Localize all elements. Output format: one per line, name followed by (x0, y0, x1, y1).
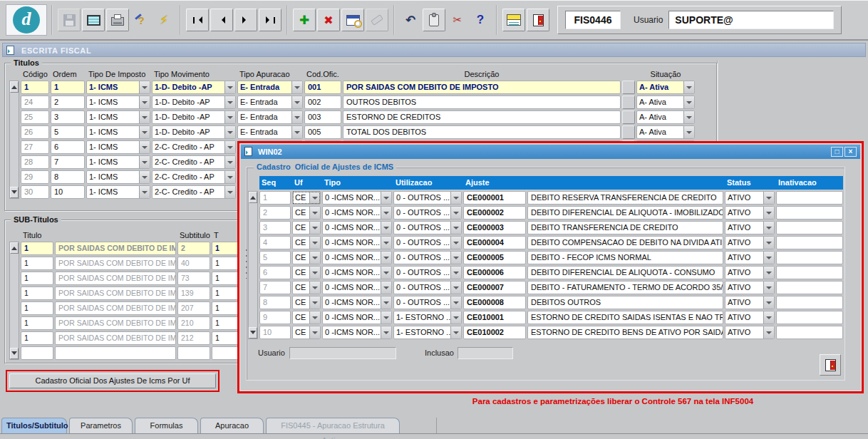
ajuste-cell[interactable]: CE000002 (463, 206, 526, 220)
tipo-combo[interactable]: 0 -ICMS NOR... (322, 326, 392, 339)
subtitulo-cell[interactable]: 73 (177, 272, 210, 285)
cod-ofic-cell[interactable]: 001 (304, 81, 341, 94)
tipo-apuracao-combo[interactable]: E- Entrada (237, 95, 303, 109)
chevron-down-icon[interactable] (291, 111, 302, 123)
tipo-apuracao-combo[interactable]: E- Entrada (237, 81, 303, 94)
chevron-down-icon[interactable] (224, 156, 235, 168)
tab-formulas[interactable]: Formulas (135, 418, 198, 433)
chevron-down-icon[interactable] (450, 192, 461, 204)
tipo-combo[interactable]: 0 -ICMS NOR... (322, 251, 392, 264)
chevron-down-icon[interactable] (763, 192, 774, 204)
descricao-cell[interactable]: TOTAL DOS DEBITOS (343, 125, 621, 139)
previous-record-button[interactable] (210, 9, 233, 31)
chevron-down-icon[interactable] (224, 111, 235, 123)
ajuste-cell[interactable]: CE000006 (463, 266, 526, 279)
descricao-cell[interactable]: OUTROS DEBITOS (343, 95, 621, 109)
ajuste-cell[interactable]: CE000001 (463, 191, 526, 205)
chevron-down-icon[interactable] (683, 111, 694, 123)
seq-cell[interactable]: 5 (259, 251, 291, 264)
chevron-down-icon[interactable] (139, 96, 150, 108)
descricao-cell[interactable]: POR SAIDAS COM DEBITO DE IMPOSTO (55, 242, 176, 255)
seq-cell[interactable]: 7 (259, 281, 291, 294)
status-combo[interactable]: ATIVO (725, 251, 775, 264)
descricao-cell[interactable]: POR SAIDAS COM DEBITO DE IMPOSTO (55, 272, 176, 285)
clear-button[interactable] (366, 9, 388, 31)
chevron-down-icon[interactable] (381, 311, 391, 324)
codigo-cell[interactable]: 28 (21, 155, 49, 169)
utilizacao-combo[interactable]: 0 - OUTROS ... (393, 266, 462, 279)
descricao-cell[interactable]: DEBITO COMPENSACAO DE DEBITO NA DIVIDA A… (527, 236, 723, 249)
chevron-down-icon[interactable] (291, 126, 302, 138)
codigo-cell[interactable]: 25 (21, 110, 49, 124)
chevron-down-icon[interactable] (139, 81, 150, 93)
chevron-down-icon[interactable] (224, 141, 235, 153)
last-record-button[interactable] (259, 9, 281, 31)
tipo-movimento-combo[interactable]: 1-D- Debito -AP (152, 81, 236, 94)
tipo-imposto-combo[interactable]: 1- ICMS (86, 95, 150, 109)
maximize-icon[interactable]: □ (831, 147, 843, 157)
cod-ofic-cell[interactable]: 002 (304, 95, 341, 109)
subtitulo-cell[interactable] (177, 346, 210, 360)
chevron-down-icon[interactable] (381, 252, 391, 264)
ajuste-cell[interactable]: CE000003 (463, 221, 526, 234)
chevron-down-icon[interactable] (381, 267, 391, 279)
subtitulo-cell[interactable]: 210 (177, 316, 210, 330)
codigo-cell[interactable]: 27 (21, 140, 49, 154)
chevron-down-icon[interactable] (139, 111, 150, 123)
inativacao-cell[interactable] (776, 191, 843, 205)
chevron-down-icon[interactable] (309, 296, 320, 309)
uf-combo[interactable]: CE (292, 281, 321, 294)
chevron-down-icon[interactable] (381, 296, 391, 309)
help-button[interactable]: ? (470, 9, 491, 31)
chevron-down-icon[interactable] (309, 311, 320, 324)
chevron-down-icon[interactable] (763, 311, 774, 324)
uf-combo[interactable]: CE (292, 326, 321, 339)
uf-combo[interactable]: CE (292, 296, 321, 309)
chevron-down-icon[interactable] (763, 222, 774, 234)
tipo-movimento-combo[interactable]: 2-C- Credito - AP (152, 140, 236, 154)
chevron-down-icon[interactable] (381, 207, 391, 219)
descricao-cell[interactable]: POR SAIDAS COM DEBITO DE IMPOSTO (55, 316, 176, 330)
tipo-imposto-combo[interactable]: 1- ICMS (86, 81, 150, 94)
usuario-field[interactable] (289, 347, 396, 359)
chevron-down-icon[interactable] (450, 296, 461, 309)
situacao-combo[interactable]: A- Ativa (636, 125, 695, 139)
inativacao-cell[interactable] (776, 221, 843, 234)
descricao-cell[interactable] (55, 346, 176, 360)
chevron-down-icon[interactable] (450, 282, 461, 294)
utilizacao-combo[interactable]: 0 - OUTROS ... (393, 221, 462, 234)
tab-fis0445[interactable]: FIS0445 - Apuracao Estrutura Antiga (266, 418, 400, 433)
undo-button[interactable]: ↶ (400, 9, 421, 31)
ordem-cell[interactable]: 2 (51, 95, 85, 109)
ajuste-cell[interactable]: CE000004 (463, 236, 526, 249)
chevron-down-icon[interactable] (381, 192, 391, 204)
subtitulo-cell[interactable]: 207 (177, 301, 210, 315)
situacao-combo[interactable]: A- Ativa (636, 95, 695, 109)
ajuste-cell[interactable]: CE000005 (463, 251, 526, 264)
dialog-titlebar[interactable]: WIN02 □ × (241, 145, 860, 159)
chevron-down-icon[interactable] (683, 126, 694, 138)
descricao-cell[interactable]: DEBITOS OUTROS (527, 296, 723, 309)
ajuste-cell[interactable]: CE000008 (463, 296, 526, 309)
codigo-cell[interactable]: 1 (21, 81, 49, 94)
add-record-button[interactable]: ✚ (293, 9, 316, 31)
ordem-cell[interactable]: 10 (51, 185, 85, 199)
menu-button[interactable] (502, 9, 525, 31)
tipo-combo[interactable]: 0 -ICMS NOR... (322, 311, 392, 324)
utilizacao-combo[interactable]: 0 - OUTROS ... (393, 281, 462, 294)
tipo-movimento-combo[interactable]: 1-D- Debito -AP (152, 95, 236, 109)
subtitulo-cell[interactable]: 212 (177, 331, 210, 345)
search-window-button[interactable] (341, 9, 364, 31)
subtitulo-cell[interactable]: 40 (177, 257, 210, 270)
status-combo[interactable]: ATIVO (725, 296, 775, 309)
descricao-cell[interactable]: DEBITO - FECOP ICMS NORMAL (527, 251, 723, 264)
subtitulo-cell[interactable]: 139 (177, 286, 210, 300)
descricao-cell[interactable]: DEBITO DIFERENCIAL DE ALIQUOTA - CONSUMO (527, 266, 723, 279)
row-detail-button[interactable] (622, 95, 635, 109)
titulo-cell[interactable]: 1 (21, 301, 53, 315)
tipo-movimento-combo[interactable]: 2-C- Credito - AP (152, 170, 236, 184)
titulo-cell[interactable]: 1 (21, 286, 53, 300)
paste-button[interactable] (423, 9, 445, 31)
ordem-cell[interactable]: 1 (51, 81, 85, 94)
dialog-exit-button[interactable] (820, 354, 841, 376)
